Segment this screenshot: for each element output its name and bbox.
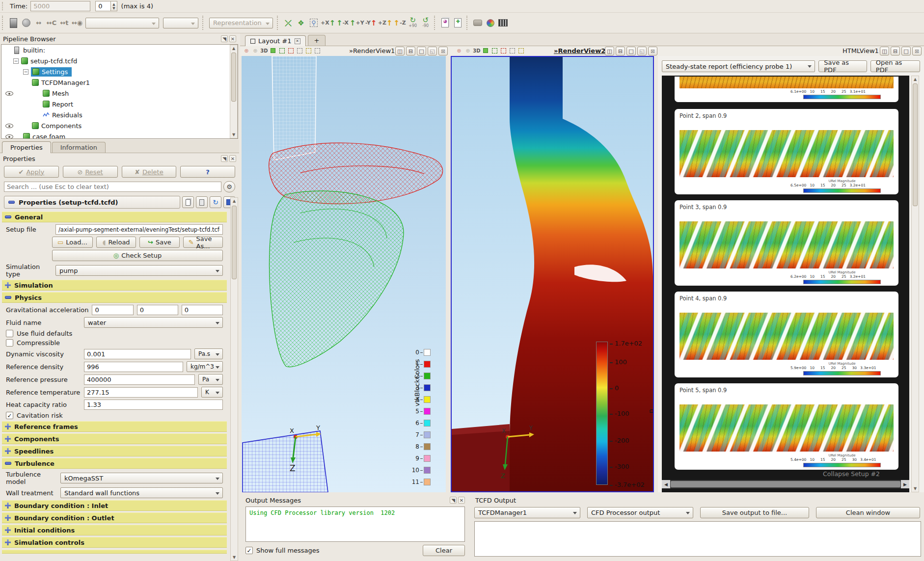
scroll-down-icon[interactable]: ▼ bbox=[912, 485, 919, 492]
toggle-3d-mode[interactable]: 3D bbox=[473, 47, 481, 54]
renderview1-title[interactable]: »RenderView1 bbox=[349, 47, 395, 54]
camera-link-icon[interactable] bbox=[471, 17, 484, 29]
spinner-down-icon[interactable]: ▼ bbox=[112, 6, 115, 10]
use-fluid-defaults-checkbox[interactable] bbox=[6, 330, 13, 337]
rescale-data-range-icon[interactable]: ↔ bbox=[32, 17, 45, 29]
gravity-z-input[interactable] bbox=[182, 305, 223, 315]
reset-camera-icon[interactable]: ⤫ bbox=[282, 17, 295, 29]
check-setup-button[interactable]: ◎Check Setup bbox=[52, 250, 223, 261]
delete-button[interactable]: ✘Delete bbox=[122, 166, 177, 178]
split-horizontal-icon[interactable]: ◫ bbox=[880, 47, 889, 55]
select-points-on-icon[interactable] bbox=[499, 47, 507, 54]
pipeline-item-builtin[interactable]: builtin: bbox=[1, 45, 238, 55]
scroll-down-icon[interactable]: ▼ bbox=[230, 132, 237, 138]
rescale-temporal-range-icon[interactable]: ↔t bbox=[58, 17, 71, 29]
setup-file-input[interactable] bbox=[55, 224, 223, 235]
scroll-up-icon[interactable]: ▲ bbox=[912, 76, 919, 82]
show-full-messages-checkbox[interactable]: ✓ bbox=[245, 547, 253, 554]
color-legend-toggle-icon[interactable]: ◕ bbox=[439, 17, 452, 29]
properties-scrollbar[interactable]: ▲ ▼ bbox=[230, 197, 238, 561]
wall-treatment-select[interactable]: Standard wall functions bbox=[60, 487, 223, 498]
close-view-icon[interactable]: ⊠ bbox=[912, 47, 922, 55]
add-color-legend-icon[interactable]: ✚ bbox=[452, 17, 464, 29]
rotate-90-ccw-icon[interactable]: ↺-90 bbox=[419, 17, 432, 29]
compressible-checkbox[interactable] bbox=[6, 339, 13, 347]
copy-properties-icon[interactable] bbox=[182, 196, 194, 208]
clear-button[interactable]: Clear bbox=[423, 545, 465, 556]
split-horizontal-icon[interactable]: ◫ bbox=[395, 47, 405, 55]
scroll-right-icon[interactable]: ▶ bbox=[901, 480, 909, 488]
scroll-left-icon[interactable]: ◀ bbox=[662, 480, 670, 488]
pipeline-undock-icon[interactable]: ◥ bbox=[221, 35, 228, 42]
split-vertical-icon[interactable]: ⊟ bbox=[616, 47, 625, 55]
heat-capacity-input[interactable] bbox=[84, 400, 223, 410]
frame-index-input[interactable] bbox=[95, 1, 111, 11]
pipeline-item-tcfdmanager1[interactable]: TCFDManager1 bbox=[1, 77, 238, 88]
camera-plus-y-icon[interactable]: ↑+Y bbox=[349, 17, 365, 29]
help-button[interactable]: ? bbox=[180, 166, 235, 178]
pressure-unit-select[interactable]: Pa bbox=[198, 374, 223, 385]
cavitation-risk-checkbox[interactable]: ✓ bbox=[6, 412, 13, 419]
zoom-to-box-icon[interactable]: ⚲ bbox=[307, 17, 320, 29]
pick-center-icon[interactable]: ◎ bbox=[243, 47, 250, 54]
rescale-custom-range-icon[interactable]: ↔C bbox=[45, 17, 58, 29]
rescale-visible-range-icon[interactable]: ↔◉ bbox=[71, 17, 83, 29]
maximize-view-icon[interactable]: □ bbox=[901, 47, 911, 55]
section-speedlines[interactable]: Speedlines bbox=[2, 446, 227, 456]
section-initial-conditions[interactable]: Initial conditions bbox=[2, 525, 227, 535]
hover-cells-icon[interactable] bbox=[313, 47, 321, 54]
pressure-colorbar[interactable]: 1.7e+02 100 0 -100 -200 -300 -3.7e+02 bbox=[596, 340, 650, 487]
section-simulation[interactable]: Simulation bbox=[2, 280, 227, 291]
close-tab-icon[interactable]: ✕ bbox=[295, 38, 300, 44]
camera-minus-x-icon[interactable]: ↑-X bbox=[336, 17, 349, 29]
camera-plus-z-icon[interactable]: +Z↑ bbox=[378, 17, 393, 29]
pipeline-item-settings[interactable]: − Settings bbox=[1, 66, 238, 77]
section-simulation-controls[interactable]: Simulation controls bbox=[2, 537, 227, 548]
maximize-view-icon[interactable]: □ bbox=[626, 47, 636, 55]
section-reference-frames[interactable]: Reference frames bbox=[2, 421, 227, 432]
cube-axes-icon[interactable] bbox=[482, 47, 489, 54]
report-selector[interactable]: Steady-state report (efficiency probe 1) bbox=[662, 60, 815, 72]
renderview2-title[interactable]: »RenderView2 bbox=[554, 47, 605, 54]
split-vertical-icon[interactable]: ⊟ bbox=[891, 47, 900, 55]
scroll-up-icon[interactable]: ▲ bbox=[231, 198, 238, 204]
report-hscrollbar[interactable]: ◀ ▶ bbox=[662, 480, 909, 488]
reload-button[interactable]: ◖Reload bbox=[96, 237, 136, 248]
pipeline-scrollbar[interactable]: ▲ ▼ bbox=[230, 45, 238, 138]
render-view-1[interactable]: X Y Z 0 1 2 3 4 5 6 7 8 9 10 11 vtkBlock… bbox=[242, 56, 446, 492]
open-as-pdf-button[interactable]: Open as PDF bbox=[870, 60, 920, 72]
density-input[interactable] bbox=[84, 362, 183, 372]
color-by-sphere-icon[interactable] bbox=[20, 17, 32, 29]
tab-properties[interactable]: Properties bbox=[2, 141, 51, 153]
scroll-thumb[interactable] bbox=[671, 481, 900, 487]
popout-view-icon[interactable]: ◱ bbox=[637, 47, 647, 55]
save-output-button[interactable]: Save output to file... bbox=[700, 507, 809, 518]
scroll-down-icon[interactable]: ▼ bbox=[231, 554, 238, 561]
select-points-on-icon[interactable] bbox=[287, 47, 295, 54]
reload-properties-icon[interactable]: ↻ bbox=[210, 196, 221, 208]
collapse-expander-icon[interactable]: − bbox=[13, 58, 19, 64]
interactive-select-icon[interactable] bbox=[517, 47, 525, 54]
toggle-3d-mode[interactable]: 3D bbox=[260, 47, 268, 54]
cube-axes-icon[interactable] bbox=[269, 47, 277, 54]
htmlview1-title[interactable]: HTMLView1 bbox=[842, 47, 879, 54]
output-stream-select[interactable]: CFD Processor output bbox=[587, 507, 693, 518]
gravity-x-input[interactable] bbox=[92, 305, 133, 315]
simulation-type-select[interactable]: pump bbox=[55, 265, 223, 276]
pick-center-icon[interactable]: ◎ bbox=[455, 47, 463, 54]
pressure-input[interactable] bbox=[84, 374, 195, 385]
search-options-gear-icon[interactable]: ⚙ bbox=[223, 181, 235, 192]
tcfd-manager-select[interactable]: TCFDManager1 bbox=[474, 507, 580, 518]
reset-center-icon[interactable]: ◎ bbox=[464, 47, 472, 54]
report-vscrollbar[interactable]: ▲ ▼ bbox=[911, 76, 919, 492]
pipeline-item-case-foam[interactable]: case.foam bbox=[1, 131, 238, 139]
zoom-to-data-icon[interactable]: ❖ bbox=[295, 17, 307, 29]
paste-properties-icon[interactable] bbox=[196, 196, 208, 208]
properties-undock-icon[interactable]: ◥ bbox=[221, 155, 228, 162]
tab-layout-1[interactable]: Layout #1 ✕ bbox=[245, 35, 306, 46]
interaction-mode-icon[interactable] bbox=[484, 17, 497, 29]
camera-plus-x-icon[interactable]: +X↑ bbox=[320, 17, 336, 29]
viscosity-unit-select[interactable]: Pa.s bbox=[194, 348, 223, 359]
close-view-icon[interactable]: ⊠ bbox=[438, 47, 448, 55]
section-turbulence[interactable]: Turbulence bbox=[2, 458, 227, 469]
